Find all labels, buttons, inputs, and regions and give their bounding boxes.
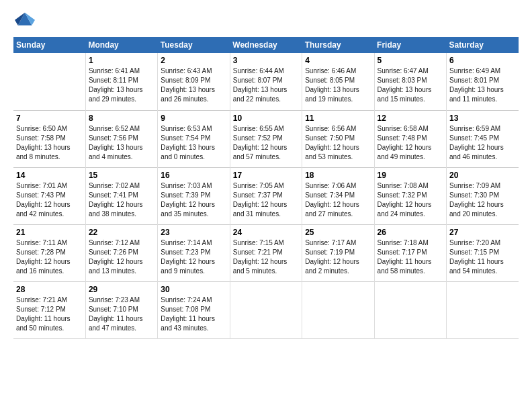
week-row-4: 21Sunrise: 7:11 AM Sunset: 7:28 PM Dayli…	[13, 224, 519, 281]
calendar-cell: 3Sunrise: 6:44 AM Sunset: 8:07 PM Daylig…	[230, 53, 302, 110]
day-number: 19	[378, 171, 443, 180]
day-info: Sunrise: 6:46 AM Sunset: 8:05 PM Dayligh…	[305, 66, 371, 104]
day-number: 28	[16, 285, 83, 294]
day-info: Sunrise: 6:49 AM Sunset: 8:01 PM Dayligh…	[449, 66, 516, 104]
calendar-cell: 9Sunrise: 6:53 AM Sunset: 7:54 PM Daylig…	[158, 110, 230, 167]
week-row-5: 28Sunrise: 7:21 AM Sunset: 7:12 PM Dayli…	[13, 281, 519, 338]
calendar-cell: 11Sunrise: 6:56 AM Sunset: 7:50 PM Dayli…	[302, 110, 374, 167]
calendar-cell: 24Sunrise: 7:15 AM Sunset: 7:21 PM Dayli…	[230, 224, 302, 281]
day-number: 26	[378, 228, 443, 237]
day-info: Sunrise: 6:53 AM Sunset: 7:54 PM Dayligh…	[161, 124, 226, 162]
calendar-cell: 8Sunrise: 6:52 AM Sunset: 7:56 PM Daylig…	[85, 110, 157, 167]
day-info: Sunrise: 7:08 AM Sunset: 7:32 PM Dayligh…	[378, 181, 443, 219]
day-number: 17	[233, 171, 299, 180]
calendar-cell: 14Sunrise: 7:01 AM Sunset: 7:43 PM Dayli…	[13, 167, 85, 224]
day-info: Sunrise: 7:24 AM Sunset: 7:08 PM Dayligh…	[161, 295, 226, 333]
week-row-2: 7Sunrise: 6:50 AM Sunset: 7:58 PM Daylig…	[13, 110, 519, 167]
day-number: 11	[305, 113, 371, 123]
day-info: Sunrise: 6:56 AM Sunset: 7:50 PM Dayligh…	[305, 124, 371, 162]
header-row: SundayMondayTuesdayWednesdayThursdayFrid…	[13, 37, 519, 53]
day-number: 18	[305, 171, 371, 180]
calendar-cell: 23Sunrise: 7:14 AM Sunset: 7:23 PM Dayli…	[158, 224, 230, 281]
day-number: 23	[161, 228, 226, 237]
day-number: 2	[161, 56, 226, 65]
calendar-cell: 4Sunrise: 6:46 AM Sunset: 8:05 PM Daylig…	[302, 53, 374, 110]
page-header	[13, 10, 519, 32]
week-row-1: 1Sunrise: 6:41 AM Sunset: 8:11 PM Daylig…	[13, 53, 519, 110]
calendar-cell	[374, 281, 446, 338]
day-info: Sunrise: 7:23 AM Sunset: 7:10 PM Dayligh…	[89, 295, 154, 333]
calendar-cell: 6Sunrise: 6:49 AM Sunset: 8:01 PM Daylig…	[447, 53, 519, 110]
day-header-saturday: Saturday	[447, 37, 519, 53]
day-info: Sunrise: 6:44 AM Sunset: 8:07 PM Dayligh…	[233, 66, 299, 104]
calendar-cell: 26Sunrise: 7:18 AM Sunset: 7:17 PM Dayli…	[374, 224, 446, 281]
day-info: Sunrise: 7:20 AM Sunset: 7:15 PM Dayligh…	[449, 238, 516, 276]
day-number: 3	[233, 56, 299, 65]
calendar-cell: 10Sunrise: 6:55 AM Sunset: 7:52 PM Dayli…	[230, 110, 302, 167]
calendar-cell: 13Sunrise: 6:59 AM Sunset: 7:45 PM Dayli…	[447, 110, 519, 167]
calendar-table: SundayMondayTuesdayWednesdayThursdayFrid…	[13, 37, 519, 339]
day-info: Sunrise: 7:03 AM Sunset: 7:39 PM Dayligh…	[161, 181, 226, 219]
calendar-cell	[302, 281, 374, 338]
day-number: 27	[449, 228, 516, 237]
day-info: Sunrise: 6:58 AM Sunset: 7:48 PM Dayligh…	[378, 124, 443, 162]
calendar-cell: 22Sunrise: 7:12 AM Sunset: 7:26 PM Dayli…	[85, 224, 157, 281]
calendar-cell: 29Sunrise: 7:23 AM Sunset: 7:10 PM Dayli…	[85, 281, 157, 338]
day-number: 13	[449, 113, 516, 123]
day-number: 1	[89, 56, 154, 65]
calendar-cell	[447, 281, 519, 338]
day-number: 6	[449, 56, 516, 65]
day-info: Sunrise: 7:21 AM Sunset: 7:12 PM Dayligh…	[16, 295, 83, 333]
day-number: 20	[449, 171, 516, 180]
calendar-cell: 27Sunrise: 7:20 AM Sunset: 7:15 PM Dayli…	[447, 224, 519, 281]
day-number: 14	[16, 171, 83, 180]
day-info: Sunrise: 6:59 AM Sunset: 7:45 PM Dayligh…	[449, 124, 516, 162]
day-number: 24	[233, 228, 299, 237]
day-info: Sunrise: 7:01 AM Sunset: 7:43 PM Dayligh…	[16, 181, 83, 219]
day-info: Sunrise: 7:06 AM Sunset: 7:34 PM Dayligh…	[305, 181, 371, 219]
day-number: 15	[89, 171, 154, 180]
logo-icon	[15, 10, 35, 29]
calendar-cell: 30Sunrise: 7:24 AM Sunset: 7:08 PM Dayli…	[158, 281, 230, 338]
day-header-sunday: Sunday	[13, 37, 85, 53]
day-header-thursday: Thursday	[302, 37, 374, 53]
day-number: 9	[161, 113, 226, 123]
day-number: 5	[378, 56, 443, 65]
day-header-tuesday: Tuesday	[158, 37, 230, 53]
calendar-cell: 18Sunrise: 7:06 AM Sunset: 7:34 PM Dayli…	[302, 167, 374, 224]
day-info: Sunrise: 7:17 AM Sunset: 7:19 PM Dayligh…	[305, 238, 371, 276]
day-info: Sunrise: 6:41 AM Sunset: 8:11 PM Dayligh…	[89, 66, 154, 104]
calendar-cell: 1Sunrise: 6:41 AM Sunset: 8:11 PM Daylig…	[85, 53, 157, 110]
day-number: 25	[305, 228, 371, 237]
calendar-cell: 20Sunrise: 7:09 AM Sunset: 7:30 PM Dayli…	[447, 167, 519, 224]
day-number: 12	[378, 113, 443, 123]
calendar-cell: 15Sunrise: 7:02 AM Sunset: 7:41 PM Dayli…	[85, 167, 157, 224]
day-info: Sunrise: 7:18 AM Sunset: 7:17 PM Dayligh…	[378, 238, 443, 276]
calendar-cell	[230, 281, 302, 338]
calendar-cell: 2Sunrise: 6:43 AM Sunset: 8:09 PM Daylig…	[158, 53, 230, 110]
day-number: 21	[16, 228, 83, 237]
day-number: 10	[233, 113, 299, 123]
calendar-cell: 12Sunrise: 6:58 AM Sunset: 7:48 PM Dayli…	[374, 110, 446, 167]
day-info: Sunrise: 7:14 AM Sunset: 7:23 PM Dayligh…	[161, 238, 226, 276]
day-header-friday: Friday	[374, 37, 446, 53]
day-info: Sunrise: 7:05 AM Sunset: 7:37 PM Dayligh…	[233, 181, 299, 219]
day-info: Sunrise: 6:52 AM Sunset: 7:56 PM Dayligh…	[89, 124, 154, 162]
day-info: Sunrise: 7:12 AM Sunset: 7:26 PM Dayligh…	[89, 238, 154, 276]
day-info: Sunrise: 6:43 AM Sunset: 8:09 PM Dayligh…	[161, 66, 226, 104]
calendar-cell: 28Sunrise: 7:21 AM Sunset: 7:12 PM Dayli…	[13, 281, 85, 338]
day-number: 22	[89, 228, 154, 237]
logo	[13, 10, 35, 32]
calendar-cell	[13, 53, 85, 110]
calendar-cell: 25Sunrise: 7:17 AM Sunset: 7:19 PM Dayli…	[302, 224, 374, 281]
calendar-cell: 19Sunrise: 7:08 AM Sunset: 7:32 PM Dayli…	[374, 167, 446, 224]
day-number: 4	[305, 56, 371, 65]
day-info: Sunrise: 7:11 AM Sunset: 7:28 PM Dayligh…	[16, 238, 83, 276]
calendar-cell: 17Sunrise: 7:05 AM Sunset: 7:37 PM Dayli…	[230, 167, 302, 224]
day-info: Sunrise: 6:55 AM Sunset: 7:52 PM Dayligh…	[233, 124, 299, 162]
week-row-3: 14Sunrise: 7:01 AM Sunset: 7:43 PM Dayli…	[13, 167, 519, 224]
calendar-cell: 16Sunrise: 7:03 AM Sunset: 7:39 PM Dayli…	[158, 167, 230, 224]
calendar-cell: 7Sunrise: 6:50 AM Sunset: 7:58 PM Daylig…	[13, 110, 85, 167]
day-header-wednesday: Wednesday	[230, 37, 302, 53]
day-number: 7	[16, 113, 83, 123]
